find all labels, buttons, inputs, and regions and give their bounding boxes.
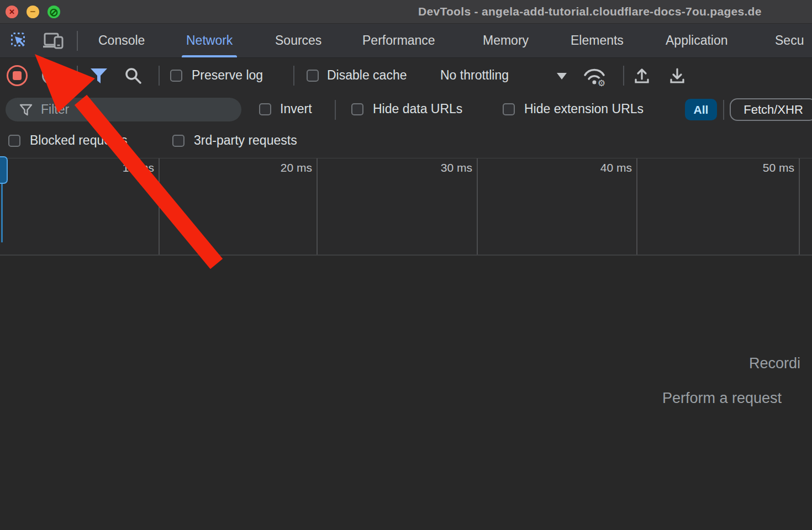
- inspect-icon[interactable]: [10, 32, 28, 52]
- zoom-window-icon[interactable]: ⊘: [48, 6, 60, 18]
- tab-elements[interactable]: Elements: [571, 24, 624, 57]
- device-toolbar-icon[interactable]: [43, 33, 64, 52]
- tab-sources[interactable]: Sources: [275, 24, 321, 57]
- window-titlebar: ✕ − ⊘ DevTools - angela-add-tutorial.clo…: [0, 0, 812, 24]
- filter-input[interactable]: [41, 102, 231, 117]
- window-title: DevTools - angela-add-tutorial.cloudflar…: [418, 5, 762, 18]
- overview-handle-line: [1, 184, 3, 242]
- hide-data-urls-checkbox[interactable]: [351, 103, 363, 115]
- timeline-tick-label: 50 ms: [684, 161, 794, 174]
- devtools-tabbar: Console Network Sources Performance Memo…: [0, 24, 812, 58]
- timeline-gridline: [317, 158, 318, 255]
- timeline-gridline: [159, 158, 160, 255]
- requests-panel: Recordi Perform a request: [0, 256, 812, 530]
- disable-cache-label[interactable]: Disable cache: [327, 68, 407, 83]
- record-stop-icon[interactable]: [7, 65, 28, 86]
- empty-state-recording-text: Recordi: [749, 355, 800, 372]
- request-filters-row: Blocked requests 3rd-party requests: [0, 126, 812, 158]
- toolbar-separator: [159, 66, 160, 86]
- timeline-gridline: [477, 158, 478, 255]
- timeline-gridline: [636, 158, 637, 255]
- record-stop-square: [13, 71, 22, 80]
- third-party-requests-checkbox[interactable]: [172, 135, 184, 147]
- filter-funnel-icon[interactable]: [89, 67, 108, 87]
- hide-extension-urls-label[interactable]: Hide extension URLs: [524, 102, 644, 116]
- export-har-icon[interactable]: [668, 67, 686, 87]
- tab-memory[interactable]: Memory: [483, 24, 529, 57]
- tab-performance[interactable]: Performance: [362, 24, 435, 57]
- close-window-icon[interactable]: ✕: [6, 6, 18, 18]
- dropdown-caret-icon[interactable]: [557, 73, 567, 80]
- tab-application[interactable]: Application: [666, 24, 728, 57]
- tab-network[interactable]: Network: [186, 24, 233, 57]
- clear-icon[interactable]: [42, 67, 60, 84]
- search-icon[interactable]: [124, 66, 143, 87]
- traffic-lights: ✕ − ⊘: [6, 6, 60, 18]
- request-type-all-button[interactable]: All: [685, 99, 717, 120]
- filter-input-container[interactable]: [6, 98, 241, 121]
- hide-data-urls-label[interactable]: Hide data URLs: [373, 102, 462, 116]
- toolbar-separator: [293, 66, 294, 86]
- request-type-fetch-xhr-button[interactable]: Fetch/XHR: [730, 98, 812, 121]
- settings-gear-icon: ⚙: [596, 78, 607, 89]
- timeline-gridline: [799, 158, 800, 255]
- invert-label[interactable]: Invert: [280, 102, 312, 116]
- network-filter-bar: Invert Hide data URLs Hide extension URL…: [0, 94, 812, 126]
- empty-state-perform-request-text: Perform a request: [662, 390, 782, 407]
- tab-security[interactable]: Secu: [775, 24, 804, 57]
- timeline-tick-label: 20 ms: [202, 161, 312, 174]
- hide-extension-urls-checkbox[interactable]: [503, 103, 515, 115]
- toolbar-separator: [77, 66, 78, 86]
- filter-separator: [335, 100, 336, 120]
- overview-drag-handle[interactable]: [0, 156, 8, 184]
- minimize-window-icon[interactable]: −: [27, 6, 39, 18]
- network-overview-timeline[interactable]: 10 ms 20 ms 30 ms 40 ms 50 ms: [0, 158, 812, 256]
- preserve-log-checkbox[interactable]: [170, 70, 182, 82]
- import-har-icon[interactable]: [633, 67, 651, 87]
- blocked-requests-label[interactable]: Blocked requests: [30, 133, 127, 148]
- timeline-tick-label: 10 ms: [44, 161, 154, 174]
- third-party-requests-label[interactable]: 3rd-party requests: [194, 133, 297, 148]
- throttling-select[interactable]: No throttling: [440, 68, 509, 83]
- preserve-log-label[interactable]: Preserve log: [192, 68, 263, 83]
- invert-checkbox[interactable]: [259, 103, 271, 115]
- timeline-tick-label: 40 ms: [521, 161, 632, 174]
- network-toolbar: Preserve log Disable cache No throttling…: [0, 58, 812, 94]
- tab-console[interactable]: Console: [98, 24, 145, 57]
- timeline-tick-label: 30 ms: [362, 161, 472, 174]
- disable-cache-checkbox[interactable]: [307, 70, 319, 82]
- tabbar-separator: [77, 31, 78, 51]
- toolbar-separator: [623, 66, 624, 86]
- filter-separator: [723, 100, 724, 120]
- filter-funnel-outline-icon: [19, 103, 33, 116]
- blocked-requests-checkbox[interactable]: [8, 135, 20, 147]
